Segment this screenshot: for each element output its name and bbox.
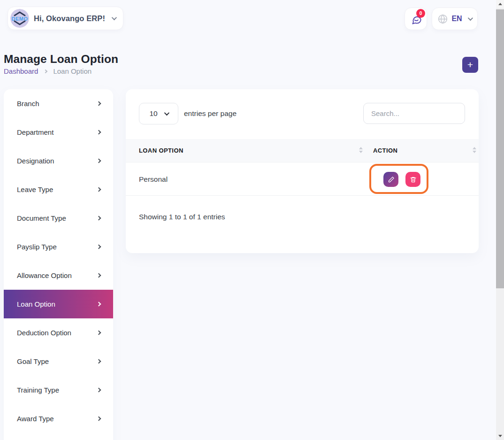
sidebar-item-label: Allowance Option <box>17 271 72 279</box>
sidebar-item-label: Goal Type <box>17 357 49 365</box>
sidebar-item-payslip-type[interactable]: Payslip Type <box>4 232 113 261</box>
sidebar-item-loan-option[interactable]: Loan Option <box>4 290 113 318</box>
chevron-right-icon <box>97 159 101 163</box>
messages-button[interactable]: 0 <box>405 8 427 30</box>
page-title: Manage Loan Option <box>4 53 118 66</box>
loan-option-cell: Personal <box>139 162 168 196</box>
search-input[interactable] <box>363 103 465 124</box>
sidebar-item-leave-type[interactable]: Leave Type <box>4 175 113 204</box>
sidebar-item-label: Branch <box>17 100 39 108</box>
pencil-icon <box>388 176 395 183</box>
user-greeting: Hi, Okovango ERP! <box>34 14 105 23</box>
add-loan-option-button[interactable]: + <box>462 57 478 73</box>
sidebar-item-label: Leave Type <box>17 185 53 193</box>
sidebar-item-department[interactable]: Department <box>4 118 113 147</box>
delete-button[interactable] <box>405 172 420 187</box>
notification-badge: 0 <box>416 9 425 18</box>
entries-per-page-select[interactable]: 10 <box>139 103 178 124</box>
sidebar-item-deduction-option[interactable]: Deduction Option <box>4 318 113 347</box>
entries-per-page-label: entries per page <box>184 103 237 124</box>
sidebar-item-label: Deduction Option <box>17 329 71 337</box>
sidebar-item-label: Loan Option <box>17 300 55 308</box>
table-summary: Showing 1 to 1 of 1 entries <box>139 213 225 221</box>
settings-sidebar: Branch Department Designation Leave Type… <box>4 89 113 440</box>
sidebar-item-label: Award Type <box>17 415 54 423</box>
scrollbar[interactable] <box>496 0 504 440</box>
sidebar-item-label: Payslip Type <box>17 243 57 251</box>
chevron-right-icon <box>97 216 101 221</box>
entries-per-page-value: 10 <box>149 109 157 118</box>
breadcrumb: Dashboard Loan Option <box>4 67 92 75</box>
sidebar-item-label: Department <box>17 128 53 136</box>
sidebar-item-document-type[interactable]: Document Type <box>4 204 113 232</box>
sidebar-item-goal-type[interactable]: Goal Type <box>4 347 113 376</box>
chevron-right-icon <box>97 245 101 249</box>
svg-text:DEMO: DEMO <box>12 16 28 22</box>
table-row: Personal <box>126 162 479 196</box>
chevron-right-icon <box>97 331 101 335</box>
sidebar-item-award-type[interactable]: Award Type <box>4 404 113 433</box>
scroll-up-arrow[interactable] <box>496 0 504 8</box>
chevron-right-icon <box>97 101 101 106</box>
chevron-right-icon <box>97 302 101 307</box>
globe-icon <box>438 14 448 24</box>
sort-icon[interactable] <box>473 147 476 153</box>
chevron-right-icon <box>97 359 101 364</box>
sidebar-item-label: Document Type <box>17 214 66 222</box>
chevron-right-icon <box>97 130 101 135</box>
breadcrumb-dashboard-link[interactable]: Dashboard <box>4 67 38 75</box>
chevron-right-icon <box>97 417 101 421</box>
user-menu[interactable]: DEMO Hi, Okovango ERP! <box>8 7 123 30</box>
sidebar-item-training-type[interactable]: Training Type <box>4 376 113 404</box>
sidebar-item-branch[interactable]: Branch <box>4 89 113 118</box>
sort-icon[interactable] <box>359 147 363 153</box>
column-header-loan-option[interactable]: LOAN OPTION <box>139 139 183 162</box>
table-header: LOAN OPTION ACTION <box>126 139 479 162</box>
chevron-down-icon <box>112 15 117 20</box>
language-selector[interactable]: EN <box>432 8 478 30</box>
chevron-down-icon <box>164 110 169 116</box>
loan-option-table-card: 10 entries per page LOAN OPTION ACTION P… <box>126 89 479 253</box>
edit-button[interactable] <box>383 172 398 187</box>
chevron-right-icon <box>97 187 101 192</box>
chevron-right-icon <box>97 273 101 278</box>
sidebar-item-allowance-option[interactable]: Allowance Option <box>4 261 113 290</box>
language-code: EN <box>451 15 462 23</box>
column-header-action[interactable]: ACTION <box>373 139 397 162</box>
chevron-right-icon <box>97 388 101 393</box>
sidebar-item-label: Training Type <box>17 386 59 394</box>
breadcrumb-current: Loan Option <box>53 67 92 75</box>
scrollbar-thumb[interactable] <box>496 9 504 288</box>
trash-icon <box>410 176 417 183</box>
chevron-right-icon <box>44 69 47 73</box>
avatar: DEMO <box>10 9 29 28</box>
chevron-down-icon <box>467 15 473 21</box>
sidebar-item-label: Designation <box>17 157 54 165</box>
sidebar-item-designation[interactable]: Designation <box>4 147 113 175</box>
scroll-down-arrow[interactable] <box>496 432 504 440</box>
